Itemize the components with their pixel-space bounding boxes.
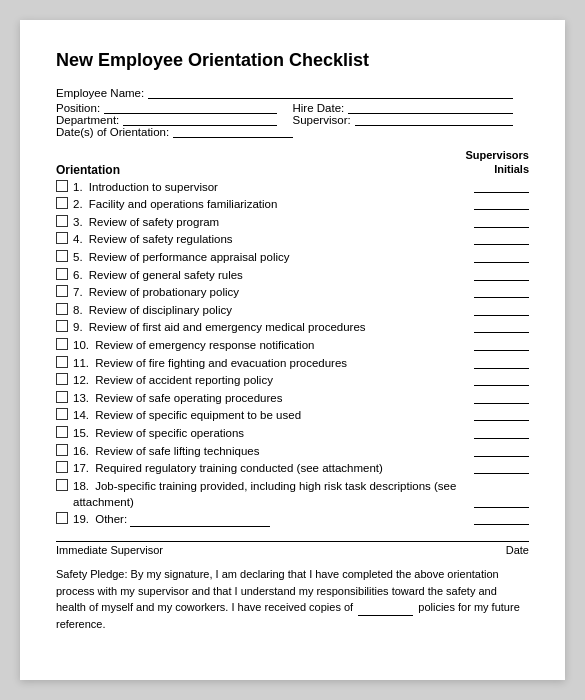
checklist-header: Orientation Supervisors Initials bbox=[56, 148, 529, 177]
initials-line[interactable] bbox=[474, 368, 529, 369]
checkbox[interactable] bbox=[56, 215, 68, 227]
checklist-item: 14. Review of specific equipment to be u… bbox=[56, 407, 529, 423]
position-label: Position: bbox=[56, 102, 100, 114]
supervisor-sig-label: Immediate Supervisor bbox=[56, 544, 163, 556]
checkbox[interactable] bbox=[56, 512, 68, 524]
other-field[interactable] bbox=[130, 526, 270, 527]
checkbox[interactable] bbox=[56, 391, 68, 403]
checklist-item: 16. Review of safe lifting techniques bbox=[56, 443, 529, 459]
item-text: 9. Review of first aid and emergency med… bbox=[73, 319, 466, 335]
initials-line[interactable] bbox=[474, 350, 529, 351]
dates-row: Date(s) of Orientation: bbox=[56, 126, 529, 138]
item-num: 4. bbox=[73, 233, 86, 245]
checkbox[interactable] bbox=[56, 197, 68, 209]
initials-line[interactable] bbox=[474, 385, 529, 386]
department-label: Department: bbox=[56, 114, 119, 126]
item-num: 6. bbox=[73, 269, 86, 281]
checkbox[interactable] bbox=[56, 426, 68, 438]
employee-name-field[interactable] bbox=[148, 98, 513, 99]
initials-line[interactable] bbox=[474, 280, 529, 281]
item-text: 13. Review of safe operating procedures bbox=[73, 390, 466, 406]
item-text: 14. Review of specific equipment to be u… bbox=[73, 407, 466, 423]
hire-date-label: Hire Date: bbox=[293, 102, 345, 114]
supervisor-label: Supervisor: bbox=[293, 114, 351, 126]
checklist-supervisors-initials: Supervisors Initials bbox=[465, 148, 529, 177]
checkbox[interactable] bbox=[56, 320, 68, 332]
item-num: 3. bbox=[73, 216, 86, 228]
checklist-item: 9. Review of first aid and emergency med… bbox=[56, 319, 529, 335]
initials-line[interactable] bbox=[474, 507, 529, 508]
item-num: 13. bbox=[73, 392, 92, 404]
checkbox[interactable] bbox=[56, 461, 68, 473]
supervisor-field[interactable] bbox=[355, 125, 513, 126]
hire-date-pair: Hire Date: bbox=[293, 102, 530, 114]
checklist-item: 7. Review of probationary policy bbox=[56, 284, 529, 300]
date-sig-label: Date bbox=[506, 544, 529, 556]
checkbox[interactable] bbox=[56, 373, 68, 385]
checklist-list: 1. Introduction to supervisor2. Facility… bbox=[56, 179, 529, 528]
initials-line[interactable] bbox=[474, 227, 529, 228]
item-text: 6. Review of general safety rules bbox=[73, 267, 466, 283]
item-num: 11. bbox=[73, 357, 92, 369]
initials-line[interactable] bbox=[474, 332, 529, 333]
form-section: Employee Name: Position: Hire Date: Depa… bbox=[56, 87, 529, 138]
checkbox[interactable] bbox=[56, 303, 68, 315]
item-text: 11. Review of fire fighting and evacuati… bbox=[73, 355, 466, 371]
item-text: 19. Other: bbox=[73, 511, 466, 527]
initials-line[interactable] bbox=[474, 209, 529, 210]
checklist-header-label: Orientation bbox=[56, 163, 120, 177]
item-text: 16. Review of safe lifting techniques bbox=[73, 443, 466, 459]
checklist-item: 10. Review of emergency response notific… bbox=[56, 337, 529, 353]
position-hire-row: Position: Hire Date: bbox=[56, 102, 529, 114]
position-pair: Position: bbox=[56, 102, 293, 114]
initials-line[interactable] bbox=[474, 262, 529, 263]
item-num: 16. bbox=[73, 445, 92, 457]
checkbox[interactable] bbox=[56, 338, 68, 350]
item-num: 19. bbox=[73, 513, 92, 525]
checkbox[interactable] bbox=[56, 180, 68, 192]
item-num: 5. bbox=[73, 251, 86, 263]
item-num: 14. bbox=[73, 409, 92, 421]
checkbox[interactable] bbox=[56, 356, 68, 368]
checklist-item: 4. Review of safety regulations bbox=[56, 231, 529, 247]
item-num: 7. bbox=[73, 286, 86, 298]
item-num: 9. bbox=[73, 321, 86, 333]
document-page: New Employee Orientation Checklist Emplo… bbox=[20, 20, 565, 680]
initials-line[interactable] bbox=[474, 420, 529, 421]
checklist-item: 15. Review of specific operations bbox=[56, 425, 529, 441]
item-text: 17. Required regulatory training conduct… bbox=[73, 460, 466, 476]
initials-line[interactable] bbox=[474, 524, 529, 525]
department-pair: Department: bbox=[56, 114, 293, 126]
safety-pledge: Safety Pledge: By my signature, I am dec… bbox=[56, 566, 529, 632]
checkbox[interactable] bbox=[56, 479, 68, 491]
dept-supervisor-row: Department: Supervisor: bbox=[56, 114, 529, 126]
item-text: 18. Job-specific training provided, incl… bbox=[73, 478, 466, 510]
item-text: 4. Review of safety regulations bbox=[73, 231, 466, 247]
initials-line[interactable] bbox=[474, 244, 529, 245]
checklist-item: 1. Introduction to supervisor bbox=[56, 179, 529, 195]
checkbox[interactable] bbox=[56, 232, 68, 244]
item-num: 2. bbox=[73, 198, 86, 210]
checkbox[interactable] bbox=[56, 444, 68, 456]
dates-label: Date(s) of Orientation: bbox=[56, 126, 169, 138]
initials-line[interactable] bbox=[474, 473, 529, 474]
dates-field[interactable] bbox=[173, 137, 293, 138]
initials-line[interactable] bbox=[474, 192, 529, 193]
checklist-item: 2. Facility and operations familiarizati… bbox=[56, 196, 529, 212]
item-text: 12. Review of accident reporting policy bbox=[73, 372, 466, 388]
checkbox[interactable] bbox=[56, 250, 68, 262]
checkbox[interactable] bbox=[56, 408, 68, 420]
item-num: 18. bbox=[73, 480, 92, 492]
item-num: 1. bbox=[73, 181, 86, 193]
initials-line[interactable] bbox=[474, 297, 529, 298]
item-text: 15. Review of specific operations bbox=[73, 425, 466, 441]
checkbox[interactable] bbox=[56, 268, 68, 280]
initials-line[interactable] bbox=[474, 403, 529, 404]
checkbox[interactable] bbox=[56, 285, 68, 297]
signature-section: Immediate Supervisor Date bbox=[56, 541, 529, 556]
initials-line[interactable] bbox=[474, 438, 529, 439]
initials-line[interactable] bbox=[474, 315, 529, 316]
pledge-blank[interactable] bbox=[358, 615, 413, 616]
checklist-item: 8. Review of disciplinary policy bbox=[56, 302, 529, 318]
initials-line[interactable] bbox=[474, 456, 529, 457]
